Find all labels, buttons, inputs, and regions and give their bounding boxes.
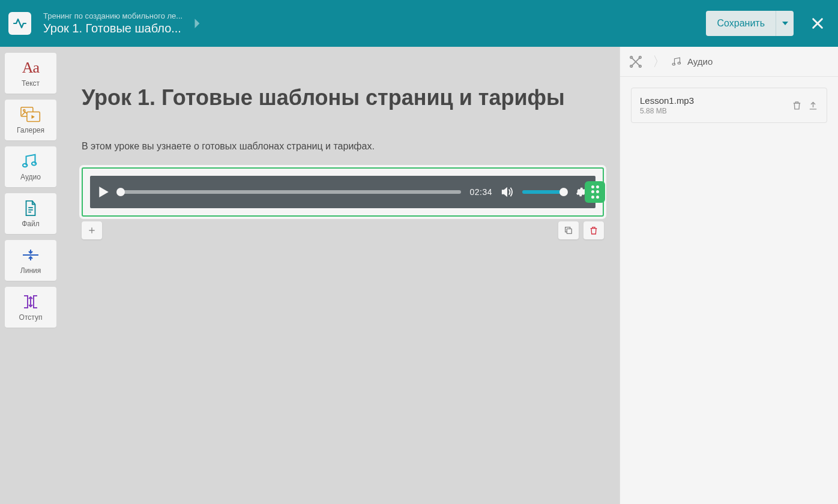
- tool-label: Линия: [20, 266, 41, 275]
- tool-label: Текст: [22, 79, 40, 88]
- breadcrumb: Тренинг по созданию мобильного ле... Уро…: [43, 11, 182, 35]
- file-name: Lesson1.mp3: [640, 95, 786, 106]
- header: Тренинг по созданию мобильного ле... Уро…: [0, 0, 838, 47]
- page-subtitle[interactable]: В этом уроке вы узнаете о готовых шаблон…: [82, 141, 574, 152]
- delete-button[interactable]: [583, 221, 604, 239]
- add-block-button[interactable]: [82, 221, 102, 239]
- file-upload-button[interactable]: [808, 100, 818, 110]
- tool-label: Файл: [22, 220, 40, 228]
- tool-label: Аудио: [20, 173, 41, 181]
- tool-file[interactable]: Файл: [5, 193, 56, 234]
- drag-handle[interactable]: [585, 181, 605, 203]
- volume-thumb[interactable]: [559, 188, 568, 196]
- app-logo: [8, 12, 31, 35]
- duplicate-button[interactable]: [558, 221, 579, 239]
- tool-gallery[interactable]: Галерея: [5, 100, 56, 140]
- svg-point-7: [32, 162, 36, 166]
- svg-rect-14: [567, 229, 571, 233]
- tool-line[interactable]: Линия: [5, 240, 56, 281]
- save-button-group: Сохранить: [706, 11, 794, 36]
- page-title[interactable]: Урок 1. Готовые шаблоны страниц и тарифы: [82, 84, 574, 111]
- volume-icon[interactable]: [501, 186, 514, 198]
- play-button[interactable]: [98, 186, 109, 198]
- text-icon: Aa: [22, 59, 39, 77]
- file-card: Lesson1.mp3 5.88 MB: [631, 88, 827, 123]
- chevron-right-icon[interactable]: [193, 18, 202, 29]
- panel-crumb: Аудио: [667, 56, 713, 67]
- right-panel: 〉 Аудио Lesson1.mp3 5.88 MB: [619, 47, 838, 504]
- right-panel-header: 〉 Аудио: [620, 47, 838, 77]
- file-delete-button[interactable]: [792, 100, 802, 110]
- time-display: 02:34: [469, 187, 492, 197]
- body: Aa Текст Галерея Аудио Файл Линия: [0, 47, 838, 504]
- tool-label: Галерея: [17, 126, 44, 134]
- block-actions: [82, 217, 604, 239]
- canvas: Урок 1. Готовые шаблоны страниц и тарифы…: [61, 47, 619, 504]
- file-icon: [23, 199, 38, 217]
- svg-point-3: [23, 110, 25, 112]
- breadcrumb-separator: 〉: [651, 53, 667, 71]
- close-button[interactable]: [806, 11, 830, 35]
- seek-thumb[interactable]: [116, 188, 125, 196]
- audio-block[interactable]: 02:34: [82, 167, 604, 217]
- audio-icon: [22, 152, 40, 170]
- course-title[interactable]: Тренинг по созданию мобильного ле...: [43, 11, 182, 20]
- volume-track[interactable]: [522, 190, 567, 194]
- tool-audio[interactable]: Аудио: [5, 146, 56, 187]
- tool-label: Отступ: [19, 313, 43, 322]
- tool-indent[interactable]: Отступ: [5, 287, 56, 328]
- audio-player: 02:34: [90, 176, 595, 208]
- panel-crumb-label: Аудио: [687, 56, 713, 67]
- design-tools-icon[interactable]: [620, 47, 651, 76]
- toolbox: Aa Текст Галерея Аудио Файл Линия: [0, 47, 61, 504]
- save-button[interactable]: Сохранить: [706, 11, 776, 36]
- audio-icon: [672, 56, 683, 67]
- gallery-icon: [20, 106, 41, 124]
- file-size: 5.88 MB: [640, 107, 786, 115]
- save-dropdown[interactable]: [776, 11, 794, 36]
- indent-icon: [22, 293, 39, 311]
- seek-track[interactable]: [118, 190, 461, 194]
- lesson-title[interactable]: Урок 1. Готовые шабло...: [43, 22, 182, 35]
- line-icon: [22, 246, 40, 264]
- tool-text[interactable]: Aa Текст: [5, 53, 56, 94]
